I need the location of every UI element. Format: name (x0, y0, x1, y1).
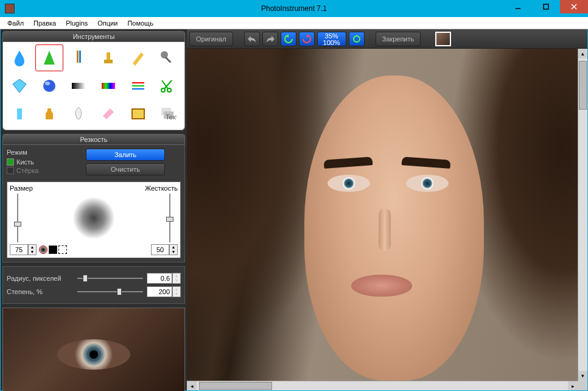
redo-button[interactable] (262, 32, 278, 46)
checkbox-on-icon (7, 158, 14, 166)
radius-slider[interactable] (77, 274, 143, 283)
tool-bulb[interactable] (65, 100, 93, 127)
brush-settings: Размер Жесткость 75 ▲▼ (7, 181, 181, 258)
checkbox-off-icon (7, 167, 14, 174)
svg-point-11 (45, 82, 50, 85)
tool-dodge[interactable] (153, 44, 181, 71)
tool-lines[interactable] (124, 72, 152, 99)
tool-healing[interactable] (124, 44, 152, 71)
title-bar: PhotoInstrument 7.1 (0, 0, 588, 17)
tool-gradient[interactable] (65, 72, 93, 99)
image-area: Оригинал 35%100% Закрепить (187, 29, 587, 390)
swatch-circle[interactable] (39, 245, 47, 254)
fit-button[interactable] (349, 32, 365, 46)
svg-point-10 (43, 80, 55, 92)
tool-clone-stamp[interactable] (94, 44, 122, 71)
svg-rect-6 (104, 60, 113, 63)
zoom-display[interactable]: 35%100% (317, 32, 346, 46)
size-input[interactable]: 75 (10, 244, 28, 255)
hardness-label: Жесткость (145, 185, 178, 192)
hardness-spinner[interactable]: ▲▼ (169, 244, 178, 255)
mode-label: Режим (7, 149, 86, 156)
scroll-left-icon[interactable]: ◂ (187, 381, 197, 390)
fill-button[interactable]: Залить (86, 149, 165, 161)
tool-bottle[interactable] (35, 100, 63, 127)
rotate-right-button[interactable] (299, 32, 315, 46)
menu-options[interactable]: Опции (93, 18, 122, 28)
tool-brush[interactable] (65, 44, 93, 71)
menu-plugins[interactable]: Plugins (61, 18, 93, 28)
fix-button[interactable]: Закрепить (376, 32, 421, 46)
size-spinner[interactable]: ▲▼ (28, 244, 37, 255)
svg-text:Text: Text (166, 113, 177, 121)
radius-label: Радиус, пикселей (7, 275, 74, 282)
tool-smudge[interactable] (35, 44, 63, 71)
scroll-down-icon[interactable]: ▾ (578, 371, 587, 381)
tool-tube[interactable] (5, 100, 33, 127)
image-canvas[interactable] (187, 49, 578, 381)
svg-rect-22 (18, 106, 21, 108)
scroll-thumb[interactable] (199, 382, 272, 390)
amount-spinner[interactable]: ▲▼ (172, 286, 181, 297)
sharpness-panel: Режим Кисть Стёрка Залить Очистить Разме… (2, 145, 185, 262)
svg-rect-12 (72, 83, 85, 89)
radius-input[interactable]: 0.6 (147, 273, 172, 284)
left-panel: Инструменты Text (1, 29, 187, 390)
eye-preview-icon (57, 339, 130, 370)
close-button[interactable] (560, 0, 588, 13)
svg-rect-4 (77, 51, 79, 63)
image-thumbnail[interactable] (435, 32, 451, 46)
window-title: PhotoInstrument 7.1 (0, 4, 588, 13)
tool-eraser[interactable] (94, 100, 122, 127)
menu-edit[interactable]: Правка (29, 18, 61, 28)
swatch-black[interactable] (49, 245, 57, 254)
svg-rect-23 (132, 109, 144, 119)
amount-label: Степень, % (7, 288, 74, 295)
svg-rect-1 (544, 4, 548, 9)
menu-file[interactable]: Файл (2, 18, 29, 28)
svg-point-27 (354, 36, 360, 42)
svg-rect-7 (107, 52, 110, 60)
tools-header: Инструменты (2, 31, 185, 42)
tool-frame[interactable] (124, 100, 152, 127)
mode-eraser-option[interactable]: Стёрка (7, 167, 86, 174)
amount-input[interactable]: 200 (147, 286, 172, 297)
tool-gem[interactable] (5, 72, 33, 99)
minimize-button[interactable] (504, 0, 532, 13)
hardness-slider[interactable] (166, 194, 174, 242)
tool-blur[interactable] (5, 44, 33, 71)
vertical-scrollbar[interactable]: ▴ ▾ (578, 49, 587, 381)
sharpness-header: Резкость (2, 134, 185, 145)
svg-rect-9 (165, 57, 172, 63)
original-button[interactable]: Оригинал (189, 32, 233, 46)
rotate-left-button[interactable] (281, 32, 296, 46)
scroll-thumb[interactable] (579, 61, 587, 110)
amount-slider[interactable] (77, 287, 143, 296)
tool-scissors[interactable] (153, 72, 181, 99)
undo-button[interactable] (244, 32, 260, 46)
scroll-up-icon[interactable]: ▴ (578, 49, 587, 58)
scroll-right-icon[interactable]: ▸ (568, 381, 578, 390)
size-slider[interactable] (13, 194, 22, 242)
menu-help[interactable]: Помощь (122, 18, 158, 28)
sharpness-sliders: Радиус, пикселей 0.6 ▲▼ Степень, % 200 ▲… (2, 266, 185, 304)
zoom-preview[interactable] (2, 308, 185, 391)
maximize-button[interactable] (532, 0, 560, 13)
hardness-input[interactable]: 50 (151, 244, 169, 255)
image-toolbar: Оригинал 35%100% Закрепить (187, 29, 587, 49)
scroll-corner (578, 381, 587, 390)
tools-palette: Text (2, 42, 185, 130)
tool-layers-text[interactable]: Text (153, 100, 181, 127)
tool-sphere[interactable] (35, 72, 63, 99)
size-label: Размер (10, 185, 33, 192)
clear-button[interactable]: Очистить (86, 163, 165, 175)
svg-rect-5 (79, 51, 81, 63)
svg-rect-21 (17, 108, 22, 119)
menu-bar: Файл Правка Plugins Опции Помощь (0, 17, 588, 29)
horizontal-scrollbar[interactable]: ◂ ▸ (187, 381, 578, 390)
tool-hue[interactable] (94, 72, 122, 99)
brush-preview-icon (72, 197, 115, 239)
radius-spinner[interactable]: ▲▼ (172, 273, 181, 284)
mode-brush-option[interactable]: Кисть (7, 158, 86, 166)
swatch-dashed[interactable] (58, 245, 67, 254)
